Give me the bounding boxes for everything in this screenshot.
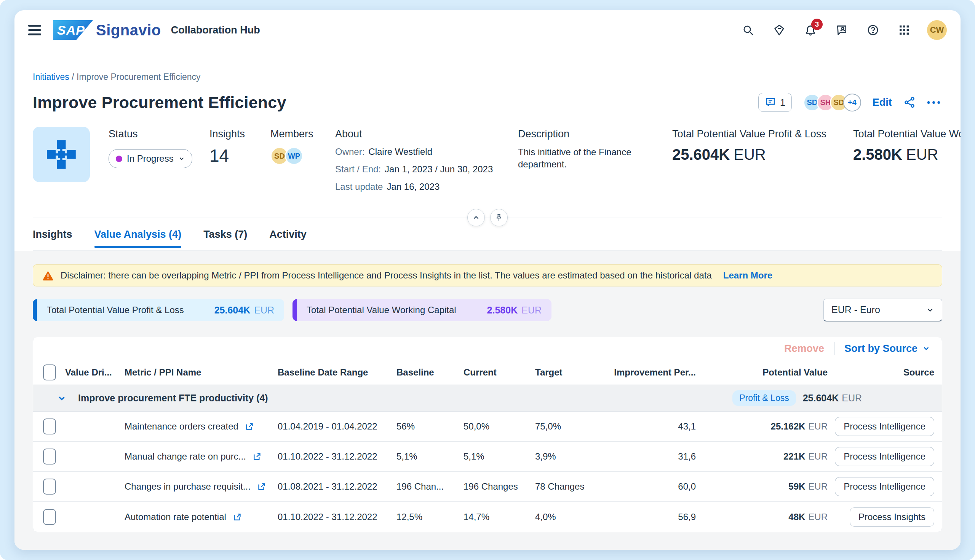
baseline-date-range: 01.04.2019 - 01.04.2022 (278, 421, 396, 432)
table-row: Changes in purchase requisit... 01.08.20… (33, 472, 942, 502)
profit-loss-badge: Profit & Loss (733, 390, 796, 406)
source-button[interactable]: Process Intelligence (835, 447, 934, 466)
row-checkbox[interactable] (43, 448, 56, 465)
table-toolbar: Remove Sort by Source (33, 337, 942, 360)
members-label: Members (271, 128, 313, 140)
source-button[interactable]: Process Intelligence (835, 417, 934, 436)
collapse-header-button[interactable] (467, 209, 485, 227)
potential-currency: EUR (808, 451, 828, 462)
description-block: Description This initiative of the Finan… (518, 128, 655, 170)
sap-logo: SAP (54, 20, 93, 40)
topbar-actions: 3 CW (740, 20, 947, 40)
open-metric-icon[interactable] (232, 512, 242, 522)
top-bar: SAP Signavio Collaboration Hub 3 (15, 10, 960, 50)
open-metric-icon[interactable] (257, 482, 267, 492)
row-checkbox[interactable] (43, 478, 56, 495)
table-row: Automation rate potential 01.10.2022 - 3… (33, 502, 942, 532)
last-update-value: Jan 16, 2023 (386, 182, 440, 192)
current-value: 5,1% (463, 451, 535, 462)
pin-header-button[interactable] (490, 209, 508, 227)
target-value: 78 Changes (535, 481, 604, 492)
summary-chips-row: Total Potential Value Profit & Loss 25.6… (33, 298, 942, 322)
menu-icon[interactable] (28, 25, 43, 35)
chevron-down-icon (922, 344, 930, 353)
member-avatar[interactable]: WP (285, 147, 303, 165)
baseline-date-range: 01.10.2022 - 31.12.2022 (278, 512, 396, 522)
collapse-group-icon[interactable] (57, 393, 67, 403)
total-pnl-block: Total Potential Value Profit & Loss 25.6… (672, 128, 848, 163)
title-actions: 1 SD SH SD +4 Edit ••• (758, 93, 942, 112)
current-value: 14,7% (463, 512, 535, 522)
target-value: 75,0% (535, 421, 604, 432)
improvement-value: 60,0 (604, 481, 696, 492)
edit-button[interactable]: Edit (873, 97, 892, 108)
potential-currency: EUR (808, 512, 828, 522)
potential-value: 221K (783, 451, 805, 462)
tab-value-analysis[interactable]: Value Analysis (4) (94, 228, 182, 248)
baseline-date-range: 01.10.2022 - 31.12.2022 (278, 451, 396, 462)
comments-button[interactable]: 1 (758, 93, 792, 112)
total-wc-label: Total Potential Value Working Capital (853, 128, 960, 140)
row-checkbox[interactable] (43, 418, 56, 435)
table-row: Maintenance orders created 01.04.2019 - … (33, 412, 942, 442)
wc-summary-chip[interactable]: Total Potential Value Working Capital 2.… (293, 299, 552, 321)
select-all-checkbox[interactable] (43, 365, 56, 380)
tab-tasks[interactable]: Tasks (7) (203, 228, 247, 248)
col-source: Source (828, 367, 934, 378)
tab-insights[interactable]: Insights (33, 228, 72, 248)
insights-label: Insights (209, 128, 245, 140)
more-actions-icon[interactable]: ••• (927, 97, 942, 108)
collaborator-overflow[interactable]: +4 (843, 93, 861, 112)
status-block: Status In Progress (109, 128, 192, 168)
table-header-row: Value Dri... Metric / PPI Name Baseline … (33, 360, 942, 385)
group-total-value: 25.604K (803, 393, 839, 403)
feedback-icon[interactable] (833, 22, 850, 38)
breadcrumb-initiatives-link[interactable]: Initiatives (33, 72, 69, 82)
notifications-icon[interactable]: 3 (802, 22, 819, 38)
remove-button[interactable]: Remove (784, 343, 824, 355)
status-label: Status (109, 128, 192, 140)
breadcrumb: Initiatives / Improve Procurement Effici… (33, 71, 942, 83)
last-update-label: Last update (335, 182, 383, 192)
total-wc-currency: EUR (906, 146, 938, 163)
chevron-up-icon (472, 213, 480, 222)
pnl-chip-value: 25.604K (214, 305, 251, 316)
help-icon[interactable] (865, 22, 881, 38)
user-avatar[interactable]: CW (927, 20, 947, 40)
pin-icon (495, 213, 503, 222)
improvement-value: 31,6 (604, 451, 696, 462)
dates-label: Start / End: (335, 164, 381, 174)
share-icon[interactable] (903, 96, 916, 108)
baseline-value: 12,5% (396, 512, 463, 522)
tab-activity[interactable]: Activity (269, 228, 307, 248)
row-checkbox[interactable] (43, 509, 56, 525)
potential-currency: EUR (808, 481, 828, 492)
pnl-summary-chip[interactable]: Total Potential Value Profit & Loss 25.6… (33, 299, 284, 321)
header-collapse-strip (33, 209, 942, 227)
target-value: 4,0% (535, 512, 604, 522)
baseline-value: 5,1% (396, 451, 463, 462)
app-finder-icon[interactable] (896, 22, 913, 38)
source-button[interactable]: Process Insights (850, 508, 934, 527)
potential-value: 59K (788, 481, 805, 492)
sort-by-source-button[interactable]: Sort by Source (845, 343, 930, 355)
search-icon[interactable] (740, 22, 756, 38)
source-button[interactable]: Process Intelligence (835, 477, 934, 496)
breadcrumb-current: Improve Procurement Efficiency (77, 72, 201, 82)
currency-select[interactable]: EUR - Euro (823, 298, 942, 322)
whats-new-icon[interactable] (771, 22, 788, 38)
current-value: 196 Changes (463, 481, 535, 492)
baseline-value: 56% (396, 421, 463, 432)
value-driver-group-row: Improve procurement FTE productivity (4)… (33, 385, 942, 412)
learn-more-link[interactable]: Learn More (723, 270, 773, 281)
insights-block: Insights 14 (209, 128, 245, 166)
collaborator-avatars: SD SH SD +4 (803, 93, 861, 112)
value-analysis-table: Remove Sort by Source Value Dri... Metri… (33, 337, 942, 532)
page-title: Improve Procurement Efficiency (33, 93, 286, 112)
open-metric-icon[interactable] (244, 422, 254, 432)
total-pnl-currency: EUR (734, 146, 766, 163)
open-metric-icon[interactable] (252, 452, 262, 462)
status-dropdown[interactable]: In Progress (109, 149, 192, 168)
wc-chip-value: 2.580K (487, 305, 518, 316)
group-name: Improve procurement FTE productivity (4) (78, 393, 268, 403)
